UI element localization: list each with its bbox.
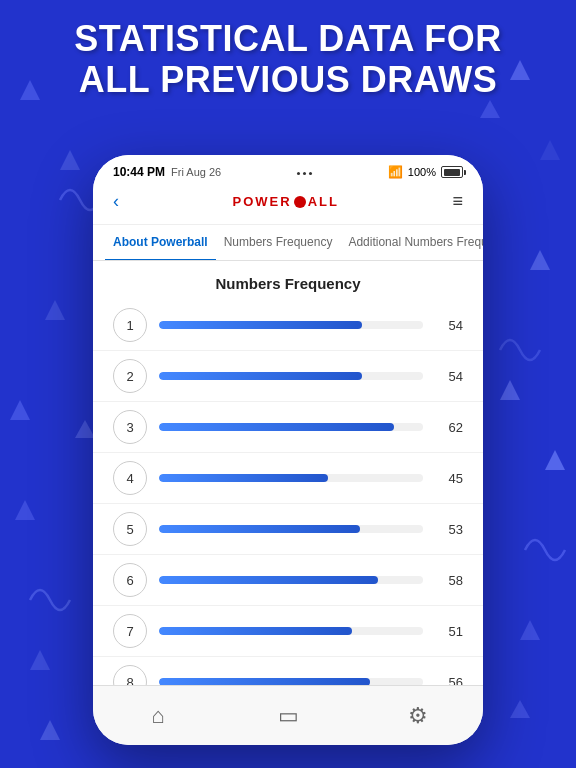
nav-bar: ‹ POWER ALL ≡ <box>93 183 483 225</box>
content-area: Numbers Frequency 1 54 2 54 3 62 4 <box>93 261 483 686</box>
freq-value: 53 <box>435 522 463 537</box>
freq-bar-container <box>159 423 423 431</box>
status-time: 10:44 PM <box>113 165 165 179</box>
hero-section: STATISTICAL DATA FOR ALL PREVIOUS DRAWS <box>0 18 576 101</box>
bottom-tab-home[interactable]: ⌂ <box>93 703 223 729</box>
logo-text-2: ALL <box>308 194 339 209</box>
status-date: Fri Aug 26 <box>171 166 221 178</box>
freq-bar <box>159 627 352 635</box>
bottom-tab-settings[interactable]: ⚙ <box>353 703 483 729</box>
tab-numbers-frequency[interactable]: Numbers Frequency <box>216 225 341 261</box>
freq-bar-container <box>159 321 423 329</box>
svg-marker-8 <box>60 150 80 170</box>
svg-marker-6 <box>30 650 50 670</box>
status-right: 📶 100% <box>388 165 463 179</box>
freq-bar <box>159 423 394 431</box>
freq-bar-container <box>159 627 423 635</box>
gear-icon: ⚙ <box>408 703 428 729</box>
svg-marker-7 <box>520 620 540 640</box>
number-circle: 1 <box>113 308 147 342</box>
number-row: 2 54 <box>93 351 483 402</box>
number-row: 6 58 <box>93 555 483 606</box>
number-circle: 2 <box>113 359 147 393</box>
logo-ball <box>294 196 306 208</box>
back-button[interactable]: ‹ <box>109 187 123 216</box>
svg-marker-10 <box>10 400 30 420</box>
freq-bar <box>159 372 362 380</box>
tabs-bar: About Powerball Numbers Frequency Additi… <box>93 225 483 261</box>
section-title: Numbers Frequency <box>93 261 483 300</box>
number-circle: 5 <box>113 512 147 546</box>
phone-mockup: 10:44 PM Fri Aug 26 📶 100% ‹ POWER ALL <box>93 155 483 745</box>
svg-marker-5 <box>545 450 565 470</box>
svg-marker-2 <box>45 300 65 320</box>
tab-additional-numbers-frequency[interactable]: Additional Numbers Frequency <box>340 225 483 261</box>
number-circle: 8 <box>113 665 147 686</box>
number-rows-container: 1 54 2 54 3 62 4 45 5 <box>93 300 483 686</box>
number-row: 3 62 <box>93 402 483 453</box>
freq-bar-container <box>159 474 423 482</box>
bottom-tab-bar: ⌂ ▭ ⚙ <box>93 685 483 745</box>
number-row: 8 56 <box>93 657 483 686</box>
svg-marker-3 <box>530 250 550 270</box>
status-dots <box>297 169 312 175</box>
freq-bar <box>159 576 378 584</box>
svg-marker-11 <box>540 140 560 160</box>
freq-value: 51 <box>435 624 463 639</box>
svg-marker-9 <box>500 380 520 400</box>
status-bar: 10:44 PM Fri Aug 26 📶 100% <box>93 155 483 183</box>
menu-button[interactable]: ≡ <box>448 187 467 216</box>
bottom-tab-watch[interactable]: ▭ <box>223 703 353 729</box>
number-circle: 7 <box>113 614 147 648</box>
freq-bar <box>159 525 360 533</box>
svg-marker-13 <box>75 420 95 438</box>
svg-marker-14 <box>40 720 60 740</box>
freq-bar-container <box>159 372 423 380</box>
svg-marker-15 <box>510 700 530 718</box>
hero-title-line1: STATISTICAL DATA FOR <box>74 18 501 59</box>
number-circle: 6 <box>113 563 147 597</box>
logo-text: POWER <box>233 194 292 209</box>
tab-about-powerball[interactable]: About Powerball <box>105 225 216 261</box>
freq-value: 45 <box>435 471 463 486</box>
battery-label: 100% <box>408 166 436 178</box>
powerball-logo: POWER ALL <box>233 194 339 209</box>
freq-value: 58 <box>435 573 463 588</box>
number-row: 1 54 <box>93 300 483 351</box>
hero-title: STATISTICAL DATA FOR ALL PREVIOUS DRAWS <box>30 18 546 101</box>
number-circle: 3 <box>113 410 147 444</box>
number-row: 4 45 <box>93 453 483 504</box>
tv-icon: ▭ <box>278 703 299 729</box>
svg-marker-4 <box>15 500 35 520</box>
freq-value: 54 <box>435 318 463 333</box>
freq-bar <box>159 321 362 329</box>
wifi-icon: 📶 <box>388 165 403 179</box>
svg-marker-12 <box>480 100 500 118</box>
freq-value: 54 <box>435 369 463 384</box>
battery-icon <box>441 166 463 178</box>
home-icon: ⌂ <box>151 703 164 729</box>
freq-bar-container <box>159 525 423 533</box>
freq-bar-container <box>159 576 423 584</box>
number-circle: 4 <box>113 461 147 495</box>
freq-bar <box>159 474 328 482</box>
freq-value: 62 <box>435 420 463 435</box>
hero-title-line2: ALL PREVIOUS DRAWS <box>79 59 497 100</box>
number-row: 7 51 <box>93 606 483 657</box>
number-row: 5 53 <box>93 504 483 555</box>
app-logo: POWER ALL <box>123 194 448 209</box>
